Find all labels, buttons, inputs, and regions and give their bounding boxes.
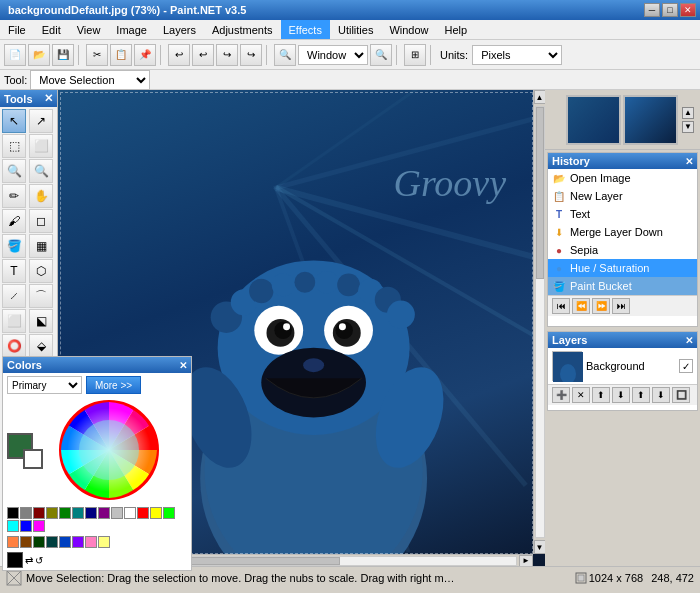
menu-effects[interactable]: Effects xyxy=(281,20,330,39)
palette-swatch-navy[interactable] xyxy=(85,507,97,519)
palette-swatch-purple[interactable] xyxy=(98,507,110,519)
swap-colors-btn[interactable]: ⇄ xyxy=(25,555,33,566)
thumbnail-2[interactable] xyxy=(623,95,678,145)
palette-swatch-lime[interactable] xyxy=(163,507,175,519)
new-button[interactable]: 📄 xyxy=(4,44,26,66)
color-mode-select[interactable]: Primary Secondary xyxy=(7,376,82,394)
palette-swatch-midblue[interactable] xyxy=(59,536,71,548)
thumb-nav-down[interactable]: ▼ xyxy=(682,121,694,133)
palette-swatch-darkred[interactable] xyxy=(33,507,45,519)
foreground-color-display[interactable] xyxy=(7,552,23,568)
history-item-text[interactable]: T Text xyxy=(548,205,697,223)
tool-zoom-in[interactable]: 🔍 xyxy=(2,159,26,183)
colors-close[interactable]: ✕ xyxy=(179,360,187,371)
tool-line[interactable]: ⟋ xyxy=(2,284,26,308)
tool-rect2[interactable]: ⬕ xyxy=(29,309,53,333)
tool-pan[interactable]: ✋ xyxy=(29,184,53,208)
tool-poly[interactable]: ⬙ xyxy=(29,334,53,358)
open-button[interactable]: 📂 xyxy=(28,44,50,66)
history-item-sepia[interactable]: ● Sepia xyxy=(548,241,697,259)
secondary-color-swatch[interactable] xyxy=(23,449,43,469)
paste-button[interactable]: 📌 xyxy=(134,44,156,66)
tool-shapes[interactable]: ⬡ xyxy=(29,259,53,283)
tool-gradient[interactable]: ▦ xyxy=(29,234,53,258)
zoom-select[interactable]: Window 100% 73% xyxy=(298,45,368,65)
history-close[interactable]: ✕ xyxy=(685,156,693,167)
hist-prev-btn[interactable]: ⏪ xyxy=(572,298,590,314)
layer-add-btn[interactable]: ➕ xyxy=(552,387,570,403)
menu-edit[interactable]: Edit xyxy=(34,20,69,39)
close-button[interactable]: ✕ xyxy=(680,3,696,17)
palette-swatch-olive[interactable] xyxy=(46,507,58,519)
palette-swatch-teal[interactable] xyxy=(72,507,84,519)
palette-swatch-red[interactable] xyxy=(137,507,149,519)
tool-rect-select[interactable]: ⬜ xyxy=(29,134,53,158)
history-item-open[interactable]: 📂 Open Image xyxy=(548,169,697,187)
layer-to-bottom-btn[interactable]: ⬇ xyxy=(652,387,670,403)
layers-close[interactable]: ✕ xyxy=(685,335,693,346)
undo2-button[interactable]: ↩ xyxy=(192,44,214,66)
tool-ellipse[interactable]: ⭕ xyxy=(2,334,26,358)
zoom-out-button[interactable]: 🔍 xyxy=(274,44,296,66)
menu-utilities[interactable]: Utilities xyxy=(330,20,381,39)
history-item-merge[interactable]: ⬇ Merge Layer Down xyxy=(548,223,697,241)
hist-first-btn[interactable]: ⏮ xyxy=(552,298,570,314)
tool-pencil[interactable]: ✏ xyxy=(2,184,26,208)
history-item-bucket[interactable]: 🪣 Paint Bucket xyxy=(548,277,697,295)
palette-swatch-brown[interactable] xyxy=(20,536,32,548)
hist-last-btn[interactable]: ⏭ xyxy=(612,298,630,314)
palette-swatch-white[interactable] xyxy=(124,507,136,519)
layer-props-btn[interactable]: 🔲 xyxy=(672,387,690,403)
scroll-down-btn[interactable]: ▼ xyxy=(534,540,546,554)
tool-lasso[interactable]: ⬚ xyxy=(2,134,26,158)
units-select[interactable]: Pixels Inches Centimeters xyxy=(472,45,562,65)
palette-swatch-lightyellow[interactable] xyxy=(98,536,110,548)
color-wheel[interactable] xyxy=(59,400,159,500)
scroll-right-btn[interactable]: ► xyxy=(519,555,533,567)
history-item-hue[interactable]: ● Hue / Saturation xyxy=(548,259,697,277)
layer-move-up-btn[interactable]: ⬆ xyxy=(592,387,610,403)
tool-zoom-out[interactable]: 🔍 xyxy=(29,159,53,183)
palette-swatch-cyan[interactable] xyxy=(7,520,19,532)
layer-item-background[interactable]: Background ✓ xyxy=(548,348,697,384)
palette-swatch-darkteal[interactable] xyxy=(46,536,58,548)
palette-swatch-magenta[interactable] xyxy=(33,520,45,532)
maximize-button[interactable]: □ xyxy=(662,3,678,17)
hist-next-btn[interactable]: ⏩ xyxy=(592,298,610,314)
menu-help[interactable]: Help xyxy=(437,20,476,39)
redo-button[interactable]: ↪ xyxy=(216,44,238,66)
undo-button[interactable]: ↩ xyxy=(168,44,190,66)
palette-swatch-green[interactable] xyxy=(59,507,71,519)
scroll-up-btn[interactable]: ▲ xyxy=(534,90,546,104)
tool-select[interactable]: Move Selection Rectangle Select Paintbru… xyxy=(30,70,150,90)
grid-button[interactable]: ⊞ xyxy=(404,44,426,66)
tool-bucket[interactable]: 🪣 xyxy=(2,234,26,258)
palette-swatch-violet[interactable] xyxy=(72,536,84,548)
layer-move-down-btn[interactable]: ⬇ xyxy=(612,387,630,403)
copy-button[interactable]: 📋 xyxy=(110,44,132,66)
menu-file[interactable]: File xyxy=(0,20,34,39)
menu-adjustments[interactable]: Adjustments xyxy=(204,20,281,39)
layer-delete-btn[interactable]: ✕ xyxy=(572,387,590,403)
toolbox-close[interactable]: ✕ xyxy=(44,92,53,105)
v-scrollbar-thumb[interactable] xyxy=(536,107,544,279)
palette-swatch-black[interactable] xyxy=(7,507,19,519)
menu-window[interactable]: Window xyxy=(381,20,436,39)
thumbnail-1[interactable] xyxy=(566,95,621,145)
cut-button[interactable]: ✂ xyxy=(86,44,108,66)
menu-image[interactable]: Image xyxy=(108,20,155,39)
layer-visibility-check[interactable]: ✓ xyxy=(679,359,693,373)
palette-swatch-silver[interactable] xyxy=(111,507,123,519)
palette-swatch-darkgreen[interactable] xyxy=(33,536,45,548)
color-wheel-container[interactable] xyxy=(59,400,159,502)
tool-rect[interactable]: ⬜ xyxy=(2,309,26,333)
tool-text[interactable]: T xyxy=(2,259,26,283)
tool-move2[interactable]: ↗ xyxy=(29,109,53,133)
palette-swatch-yellow[interactable] xyxy=(150,507,162,519)
tool-eraser[interactable]: ◻ xyxy=(29,209,53,233)
menu-layers[interactable]: Layers xyxy=(155,20,204,39)
tool-brush[interactable]: 🖌 xyxy=(2,209,26,233)
menu-view[interactable]: View xyxy=(69,20,109,39)
tool-curve[interactable]: ⌒ xyxy=(29,284,53,308)
palette-swatch-pink[interactable] xyxy=(85,536,97,548)
